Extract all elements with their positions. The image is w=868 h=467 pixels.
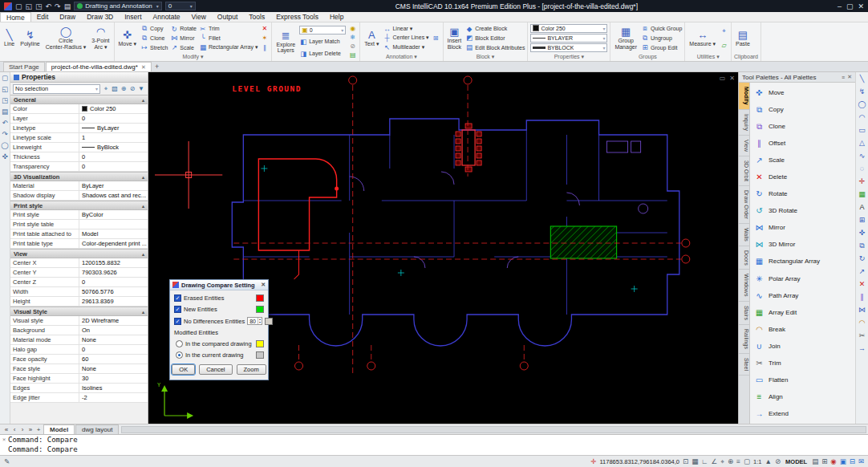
open-icon[interactable]: ◱ [26,2,33,10]
pick-entity-icon[interactable]: ⌖ [102,85,110,93]
circle-icon[interactable]: ◯ [858,101,866,108]
record-macro-icon[interactable]: ◉ [830,457,836,465]
trim-icon[interactable]: ✂ [859,332,866,339]
quick-value-dropdown[interactable]: 0 ▾ [165,2,196,10]
checkbox-new-entities[interactable]: ✓ [174,306,181,313]
spinner-arrows[interactable]: ▴▾ [258,318,262,324]
ribbon-rotate-button[interactable]: ↻Rotate [170,24,197,33]
ribbon-edit-block-attributes-button[interactable]: ▤Edit Block Attributes [465,43,525,52]
close-tab-icon[interactable]: ✕ [141,64,146,71]
command-history[interactable]: Command: CompareCommand: Compare [8,435,868,455]
property-value-transparency[interactable]: 0 [79,162,148,171]
property-value-height[interactable]: 29613.8369 [79,297,148,306]
color-swatch-in-the-current-drawing[interactable] [256,351,264,359]
snap-icon[interactable]: ⊡ [683,457,688,465]
palette-tool-trim[interactable]: ✂Trim [750,355,855,371]
color-swatch-in-the-compared-drawing[interactable] [256,340,264,347]
tile-windows-icon[interactable]: ⊞ [821,457,827,465]
menu-draw[interactable]: Draw [54,12,81,22]
palette-tool-delete[interactable]: ✕Delete [750,169,855,185]
ribbon-insert-block-button[interactable]: ▣Insert Block [446,23,464,53]
palette-tab-view[interactable]: View [739,136,749,156]
property-value-layer[interactable]: 0 [79,114,148,123]
text-icon[interactable]: A [859,204,864,211]
close-drawing-icon[interactable]: ✕ [729,75,735,82]
spline-icon[interactable]: ∿ [859,152,866,160]
property-value-center-y[interactable]: 790303.9626 [79,268,148,277]
menu-draw-3d[interactable]: Draw 3D [81,12,119,22]
notification-icon[interactable]: ✉ [858,457,864,465]
dialog-titlebar[interactable]: Drawing Compare Setting ✕ [170,280,268,290]
model-space-button[interactable]: MODEL [784,458,809,465]
scale-ratio[interactable]: 1:1 [753,458,761,465]
menu-help[interactable]: Help [324,12,349,22]
layout-nav-button-4[interactable]: + [34,426,43,433]
spinner-down-icon[interactable]: ▾ [259,321,261,324]
palette-tool-path-array[interactable]: ∿Path Array [750,288,855,303]
section-header-3d-visualization[interactable]: 3D Visualization▴ [10,172,148,181]
layer-freeze-icon[interactable]: ❄ [348,33,357,42]
pan-icon[interactable]: ✜ [2,153,7,160]
etrack-icon[interactable]: ⊕ [728,457,733,465]
ribbon-linear-button[interactable]: ↔Linear ▾ [383,24,428,33]
ribbon-group-label-properties[interactable]: Properties ▾ [530,53,607,61]
ribbon-scale-button[interactable]: ↗Scale [170,43,197,52]
ribbon-stretch-button[interactable]: ↦Stretch [140,43,168,52]
ribbon-group-label-modify[interactable]: Modify ▾ [117,53,270,61]
workspace-dropdown[interactable]: Drafting and Annotation ▾ [74,2,162,10]
property-value-background[interactable]: On [79,326,148,335]
ribbon-three-point-arc-button[interactable]: ◠3-Point Arc ▾ [90,23,111,53]
ribbon-color-select[interactable]: Color 250▾ [530,24,607,33]
copy-icon[interactable]: ⧉ [859,242,864,250]
ellipse-icon[interactable]: ◌ [860,165,864,173]
ribbon-rectangular-array-button[interactable]: ▦Rectangular Array ▾ [199,43,258,52]
filter-icon[interactable]: ▼ [137,85,145,93]
ribbon-group-manager-button[interactable]: ▦Group Manager [613,23,639,53]
palette-tab-walls[interactable]: Walls [739,224,749,246]
palette-tool-offset[interactable]: ∥Offset [750,136,855,151]
collapse-icon[interactable]: ▴ [142,174,144,180]
layout-nav-button-1[interactable]: ‹ [10,426,18,433]
ortho-icon[interactable]: ∟ [701,457,708,465]
layout-nav-button-2[interactable]: › [18,426,26,433]
palette-tab-inquiry[interactable]: Inquiry [739,110,749,136]
ribbon-paste-button[interactable]: ▤Paste [734,23,752,53]
property-value-face-highlight[interactable]: 30 [79,374,148,383]
palette-tool-align[interactable]: ≡Align [750,389,855,404]
erase-icon[interactable]: ✕ [859,281,866,288]
property-value-material[interactable]: ByLayer [79,181,148,190]
table-icon[interactable]: ⊞ [859,217,866,224]
layer-lock-icon[interactable]: ⊘ [348,42,357,51]
menu-output[interactable]: Output [212,12,244,22]
offset-icon[interactable]: ∥ [860,294,864,301]
properties-panel-header[interactable]: Properties [10,72,148,83]
palette-tool-3d-mirror[interactable]: ⋈3D Mirror [750,237,855,252]
document-tab-start-page[interactable]: Start Page [3,62,45,71]
ribbon-group-label-annotation[interactable]: Annotation ▾ [363,53,440,61]
property-value-face-style[interactable]: None [79,364,148,373]
fillet-icon[interactable]: ◠ [859,319,866,327]
ribbon-text-button[interactable]: AText ▾ [363,23,380,53]
collapse-icon[interactable]: ▴ [142,251,144,257]
move-icon[interactable]: ✜ [859,229,866,237]
select-all-icon[interactable]: ⊕ [120,85,128,93]
collapse-icon[interactable]: ▴ [142,97,144,103]
layout-switch-icon[interactable]: ▤ [812,457,818,465]
ribbon-layer-match-button[interactable]: ◧Layer Match [299,37,346,46]
zoom-icon[interactable]: ◯ [1,142,9,149]
section-header-visual-style[interactable]: Visual Style▴ [10,307,148,316]
palette-close-icon[interactable]: ✕ [847,74,852,80]
property-value-print-table-attached-to[interactable]: Model [79,229,148,238]
property-value-print-table-type[interactable]: Color-dependent print ... [79,239,148,248]
property-value-print-style-table[interactable] [79,220,148,229]
horizontal-scrollbar[interactable] [121,426,866,433]
redo-icon[interactable]: ↷ [2,131,7,138]
main-canvas[interactable]: Y LEVEL GROUND ▭ ✕ Drawing Compare Setti… [148,72,738,424]
palette-tool-rectangular-array[interactable]: ▦Rectangular Array [750,254,855,269]
ribbon-fillet-button[interactable]: ╰Fillet [199,34,258,43]
property-value-print-style[interactable]: ByColor [79,210,148,219]
extend-icon[interactable]: → [858,345,866,352]
line-icon[interactable]: ╲ [860,75,864,83]
property-value-width[interactable]: 50766.5776 [79,287,148,296]
ribbon-mirror-button[interactable]: ⋈Mirror [170,34,197,43]
